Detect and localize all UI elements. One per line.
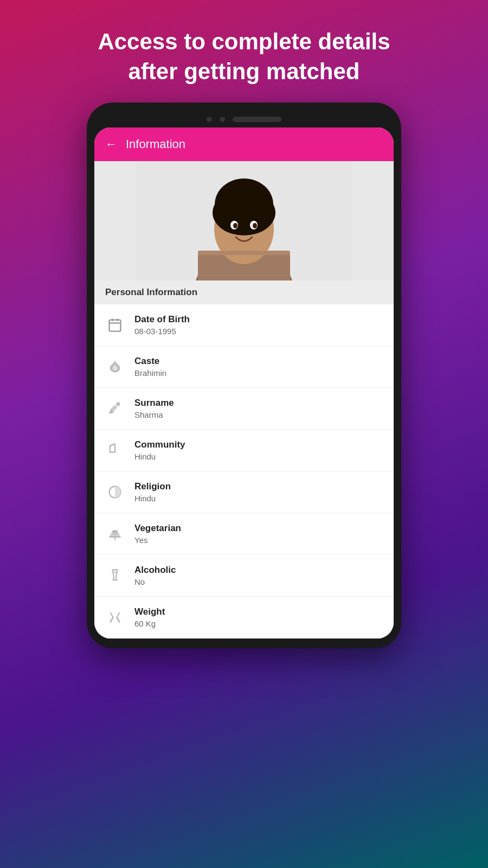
headline-line1: Access to complete details [98,29,390,54]
page-title: Information [126,137,185,151]
phone-frame: ← Information [87,103,401,648]
svg-line-26 [117,617,120,622]
list-item: Religion Hindu [94,471,394,513]
caste-text: Caste Brahimin [134,356,166,378]
weight-text: Weight 60 Kg [134,607,165,628]
caste-label: Caste [134,356,166,367]
headline: Access to complete details after getting… [65,0,422,103]
svg-line-27 [117,613,120,617]
weight-icon [105,608,125,627]
notch-speaker [233,117,281,122]
svg-line-24 [111,617,113,622]
profile-svg [94,161,394,280]
svg-rect-11 [198,251,290,255]
list-item: Alcoholic No [94,555,394,597]
headline-line2: after getting matched [128,59,359,84]
surname-value: Sharma [134,410,174,419]
alcoholic-icon [105,566,125,585]
svg-point-21 [112,530,118,534]
svg-point-9 [233,223,237,228]
surname-text: Surname Sharma [134,398,174,419]
list-item: Weight 60 Kg [94,597,394,639]
community-label: Community [134,439,185,450]
phone-notch [94,112,394,127]
alcoholic-label: Alcoholic [134,565,176,576]
list-item: Date of Birth 08-03-1995 [94,304,394,346]
notch-sensor [220,117,225,122]
back-button[interactable]: ← [105,137,117,151]
svg-rect-12 [110,320,121,331]
dob-text: Date of Birth 08-03-1995 [134,314,190,336]
alcoholic-text: Alcoholic No [134,565,176,586]
info-list: Date of Birth 08-03-1995 Caste Brahimin [94,304,394,639]
list-item: Community Hindu [94,430,394,471]
svg-line-17 [110,444,115,446]
religion-text: Religion Hindu [134,481,171,503]
svg-point-16 [116,403,120,406]
section-header-personal: Personal Information [94,280,394,304]
svg-point-10 [253,223,257,228]
caste-icon [105,357,125,376]
religion-icon [105,482,125,502]
community-icon [105,441,125,460]
community-value: Hindu [134,452,185,461]
calendar-icon [105,315,125,335]
svg-line-25 [111,613,113,617]
community-text: Community Hindu [134,439,185,461]
vegetarian-icon [105,524,125,544]
dob-label: Date of Birth [134,314,190,325]
app-header: ← Information [94,127,394,161]
section-title: Personal Information [105,287,197,297]
list-item: Vegetarian Yes [94,513,394,555]
dob-value: 08-03-1995 [134,327,190,336]
religion-label: Religion [134,481,171,492]
surname-label: Surname [134,398,174,409]
surname-icon [105,399,125,418]
alcoholic-value: No [134,577,176,586]
profile-image [94,161,394,280]
list-item: Caste Brahimin [94,346,394,388]
list-item: Surname Sharma [94,388,394,430]
vegetarian-label: Vegetarian [134,523,181,534]
vegetarian-value: Yes [134,535,181,545]
notch-camera [207,117,212,122]
religion-value: Hindu [134,494,171,503]
svg-rect-19 [110,536,121,538]
vegetarian-text: Vegetarian Yes [134,523,181,545]
phone-screen: ← Information [94,127,394,639]
weight-label: Weight [134,607,165,617]
caste-value: Brahimin [134,368,166,378]
weight-value: 60 Kg [134,619,165,628]
svg-point-6 [213,190,275,235]
